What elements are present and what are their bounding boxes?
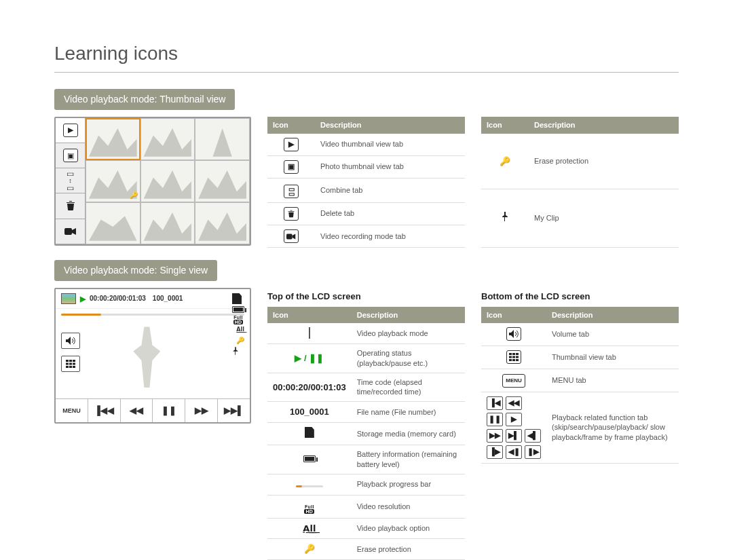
col-desc: Description bbox=[352, 307, 465, 324]
bottom-lcd-subhead: Bottom of the LCD screen bbox=[481, 291, 679, 303]
col-icon: Icon bbox=[267, 307, 352, 324]
table-row: Volume tab bbox=[481, 323, 679, 346]
thumbnail-cell[interactable] bbox=[140, 160, 195, 202]
trash-badge-icon bbox=[284, 207, 299, 221]
table-row: 100_0001File name (File number) bbox=[267, 402, 465, 423]
forward-button[interactable]: ▶▶ bbox=[185, 399, 218, 422]
thumbnail-cell[interactable] bbox=[195, 160, 250, 202]
filename-text: 100_0001 bbox=[153, 294, 183, 303]
svg-rect-18 bbox=[512, 359, 515, 361]
table-row: Video recording mode tab bbox=[267, 225, 465, 248]
camera-badge-icon bbox=[284, 229, 299, 243]
combine-tab[interactable]: ▭↕▭ bbox=[56, 168, 85, 193]
skip-back-button[interactable]: ▐◀◀ bbox=[88, 399, 121, 422]
bottom-lcd-table: Icon Description Volume tab Thumbnail vi… bbox=[481, 307, 679, 464]
key-icon: 🔑 bbox=[267, 539, 352, 560]
svg-rect-17 bbox=[509, 359, 512, 361]
play-status-icon: ▶ bbox=[80, 294, 86, 304]
lock-badge-icon: 🔑 bbox=[130, 191, 138, 200]
table-row: Thumbnail view tab bbox=[481, 346, 679, 369]
table-row: 🔑Erase protection bbox=[267, 539, 465, 560]
delete-tab[interactable] bbox=[56, 193, 85, 219]
table-row: Storage media (memory card) bbox=[267, 422, 465, 445]
photo-thumb-tab[interactable]: ▣ bbox=[56, 143, 85, 168]
thumbnail-cell[interactable] bbox=[195, 118, 250, 160]
battery-icon bbox=[303, 455, 316, 462]
table-row: ▣Photo thumbnail view tab bbox=[267, 155, 465, 178]
play-pause-icon: ▶ / ❚❚ bbox=[267, 343, 352, 373]
thumb-icons-table-left: Icon Description ▶Video thumbnail view t… bbox=[267, 117, 465, 248]
thumbnail-cell[interactable] bbox=[86, 202, 140, 244]
table-row: My Clip bbox=[481, 189, 679, 248]
page-title: Learning icons bbox=[54, 41, 679, 73]
all-icon: A͟l͟l͟ bbox=[267, 518, 352, 539]
svg-rect-11 bbox=[509, 353, 512, 355]
table-row: ▭▭Combine tab bbox=[267, 178, 465, 202]
fullhd-icon: FullHD bbox=[304, 504, 314, 514]
table-row: ▶Video thumbnail view tab bbox=[267, 134, 465, 156]
key-icon: 🔑 bbox=[481, 134, 529, 189]
table-row: Video playback mode bbox=[267, 323, 465, 343]
col-icon: Icon bbox=[481, 117, 529, 134]
table-row: 00:00:20/00:01:03Time code (elapsed time… bbox=[267, 373, 465, 402]
combine-icon: ▭↕▭ bbox=[67, 170, 74, 192]
table-row: ▐◀◀◀ ❚❚▶ ▶▶▶▌◀▌ ▐▶◀❚❚▶ Playback related … bbox=[481, 392, 679, 463]
play-badge-icon: ▶ bbox=[284, 138, 299, 151]
timecode-text: 00:00:20/00:01:03 bbox=[90, 294, 146, 303]
col-desc: Description bbox=[315, 117, 465, 134]
top-lcd-subhead: Top of the LCD screen bbox=[267, 291, 465, 303]
svg-rect-14 bbox=[509, 356, 512, 358]
table-row: FullHDVideo resolution bbox=[267, 495, 465, 518]
thumb-icons-table-right: Icon Description 🔑Erase protection My Cl… bbox=[481, 117, 679, 248]
thumbnail-cell[interactable] bbox=[86, 118, 140, 160]
lcd-thumbnail-screen: ▶ ▣ ▭↕▭ 🔑 bbox=[54, 117, 251, 246]
rewind-button[interactable]: ◀◀ bbox=[121, 399, 153, 422]
menu-tab-icon: MENU bbox=[502, 374, 525, 388]
thumbnail-tab-icon bbox=[506, 350, 521, 364]
table-row: MENUMENU tab bbox=[481, 369, 679, 392]
thumbnail-cell[interactable]: 🔑 bbox=[86, 160, 140, 202]
timecode-icon: 00:00:20/00:01:03 bbox=[267, 373, 352, 402]
svg-rect-0 bbox=[64, 228, 72, 235]
col-desc: Description bbox=[529, 117, 679, 134]
record-mode-tab[interactable] bbox=[56, 219, 85, 244]
table-row: ▶ / ❚❚Operating status (playback/pause e… bbox=[267, 343, 465, 373]
svg-rect-1 bbox=[286, 234, 293, 239]
progress-icon bbox=[296, 485, 323, 487]
card-icon bbox=[305, 427, 314, 438]
play-icon: ▶ bbox=[63, 124, 78, 137]
svg-rect-12 bbox=[512, 353, 515, 355]
svg-rect-16 bbox=[516, 356, 519, 358]
volume-icon bbox=[506, 327, 521, 341]
table-row: Playback progress bar bbox=[267, 474, 465, 496]
trash-icon bbox=[65, 200, 76, 211]
table-row: 🔑Erase protection bbox=[481, 134, 679, 189]
camera-icon bbox=[64, 227, 77, 236]
thumbnail-cell[interactable] bbox=[140, 202, 195, 244]
video-silhouette bbox=[133, 326, 160, 388]
photo-badge-icon: ▣ bbox=[284, 160, 299, 174]
svg-rect-15 bbox=[512, 356, 515, 358]
svg-rect-19 bbox=[516, 359, 519, 361]
filename-icon: 100_0001 bbox=[267, 402, 352, 423]
playback-mode-icon bbox=[61, 293, 76, 304]
table-row: A͟l͟l͟Video playback option bbox=[267, 518, 465, 539]
thumbnail-cell[interactable] bbox=[140, 118, 195, 160]
photo-icon: ▣ bbox=[63, 149, 78, 162]
col-desc: Description bbox=[546, 307, 679, 324]
lcd-single-screen: ▶ 00:00:20/00:01:03 100_0001 FullHD A͟l͟… bbox=[54, 288, 251, 424]
combine-badge-icon: ▭▭ bbox=[284, 185, 299, 198]
top-lcd-table: Icon Description Video playback mode ▶ /… bbox=[267, 307, 465, 560]
pause-button[interactable]: ❚❚ bbox=[153, 399, 185, 422]
table-row: Delete tab bbox=[267, 202, 465, 225]
video-thumb-tab[interactable]: ▶ bbox=[56, 118, 85, 143]
landscape-icon bbox=[309, 327, 310, 339]
col-icon: Icon bbox=[481, 307, 546, 324]
thumbnail-cell[interactable] bbox=[195, 202, 250, 244]
section-thumbnail-bar: Video playback mode: Thumbnail view bbox=[54, 89, 235, 110]
transport-icons: ▐◀◀◀ ❚❚▶ ▶▶▶▌◀▌ ▐▶◀❚❚▶ bbox=[487, 396, 541, 459]
table-row: Battery information (remaining battery l… bbox=[267, 445, 465, 474]
menu-button[interactable]: MENU bbox=[56, 399, 88, 422]
skip-fwd-button[interactable]: ▶▶▌ bbox=[218, 399, 250, 422]
section-single-bar: Video playback mode: Single view bbox=[54, 260, 217, 281]
